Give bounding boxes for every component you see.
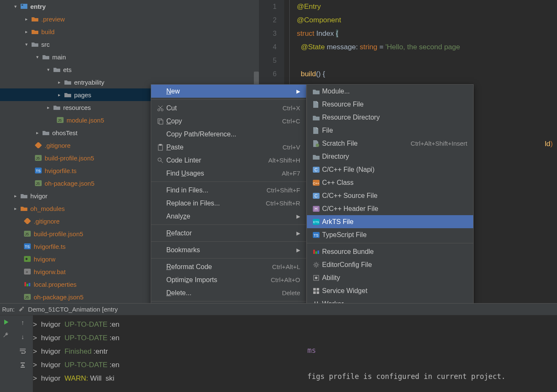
chevron-down-icon[interactable]: ▾ [24, 42, 29, 47]
folder-icon [64, 91, 72, 98]
chevron-right-icon[interactable]: ▸ [13, 193, 19, 199]
svg-rect-50 [313, 288, 316, 291]
gitignore-icon [35, 142, 42, 149]
output-line: > hvigor UP-TO-DATE :en [33, 331, 557, 345]
wrench-icon[interactable] [2, 331, 11, 339]
menu-item-scratch-file[interactable]: Scratch FileCtrl+Alt+Shift+Insert [307, 137, 473, 150]
folder-icon [31, 28, 39, 35]
arrow-down-icon[interactable]: ↓ [19, 332, 27, 341]
file-icon [313, 101, 322, 108]
folder-icon [42, 53, 50, 60]
menu-label: C/C++ Header File [322, 205, 467, 213]
menu-item-ability[interactable]: Ability [307, 271, 473, 284]
menu-item-resource-directory[interactable]: Resource Directory [307, 111, 473, 124]
svg-rect-45 [315, 251, 317, 254]
code-token: { [322, 70, 325, 78]
tree-label: build-profile.json5 [45, 155, 94, 162]
arrow-up-icon[interactable]: ↑ [19, 318, 27, 326]
menu-item-paste[interactable]: PasteCtrl+V [151, 141, 306, 154]
run-label: Run: [2, 306, 15, 313]
chevron-right-icon: ▶ [296, 88, 300, 94]
menu-label: Directory [322, 153, 467, 160]
menu-label: TypeScript File [322, 231, 467, 239]
cfile-icon: C [313, 193, 322, 199]
ets-icon: ETS [313, 219, 322, 225]
menu-item-reformat-code[interactable]: Reformat CodeCtrl+Alt+L [151, 260, 306, 273]
svg-text:J5: J5 [25, 232, 29, 236]
run-config-name: Demo_51CTO_Animation [entry [28, 306, 118, 313]
tree-item-main[interactable]: ▾ main [0, 51, 259, 63]
tree-item-ets[interactable]: ▾ ets [0, 63, 259, 76]
tree-item-src[interactable]: ▾ src [0, 38, 259, 51]
menu-label: Resource Directory [322, 114, 467, 121]
menu-item-copy[interactable]: CopyCtrl+C [151, 115, 306, 128]
tree-label: pages [74, 91, 91, 99]
tree-item-build[interactable]: ▸ build [0, 25, 259, 38]
json5-icon: J5 [35, 155, 42, 161]
menu-item-copy-path-reference[interactable]: Copy Path/Reference... [151, 128, 306, 141]
chevron-right-icon[interactable]: ▸ [13, 206, 19, 211]
menu-item-directory[interactable]: Directory [307, 150, 473, 163]
gear-icon [313, 261, 322, 268]
chevron-down-icon[interactable]: ▾ [35, 54, 40, 60]
hfile-icon: H [313, 206, 322, 212]
menu-item-new[interactable]: New▶ [151, 85, 306, 98]
menu-label: Bookmarks [166, 246, 293, 254]
folder-icon [31, 41, 39, 48]
menu-label: Refactor [166, 229, 293, 237]
menu-item-resource-bundle[interactable]: Resource Bundle [307, 245, 473, 258]
menu-item-bookmarks[interactable]: Bookmarks▶ [151, 243, 306, 256]
cppclass-icon: C++ [313, 180, 322, 186]
menu-shortcut: Ctrl+Alt+L [272, 263, 300, 270]
tree-label: .gitignore [45, 142, 71, 149]
tree-label: .gitignore [34, 218, 60, 225]
menu-item-find-in-files[interactable]: Find in Files...Ctrl+Shift+F [151, 184, 306, 197]
menu-item-cut[interactable]: CutCtrl+X [151, 101, 306, 115]
menu-label: Cut [166, 104, 282, 112]
chevron-right-icon[interactable]: ▸ [35, 130, 40, 136]
code-token: @Entry [297, 3, 321, 11]
svg-rect-19 [24, 282, 26, 286]
menu-label: Find Usages [166, 170, 282, 177]
menu-item-service-widget[interactable]: Service Widget [307, 284, 473, 297]
chevron-down-icon[interactable]: ▾ [45, 67, 51, 72]
chevron-right-icon[interactable]: ▸ [24, 16, 29, 22]
code-token: () [316, 70, 320, 78]
svg-point-30 [158, 158, 161, 161]
code-token: 'Hello, the second page [386, 43, 460, 51]
ts-icon: TS [24, 243, 31, 250]
scroll-to-end-icon[interactable] [19, 361, 27, 369]
menu-item-analyze[interactable]: Analyze▶ [151, 210, 306, 223]
menu-item-typescript-file[interactable]: TSTypeScript File [307, 228, 473, 241]
menu-item-arkts-file[interactable]: ETSArkTS File [307, 215, 473, 228]
menu-item-file[interactable]: File [307, 124, 473, 137]
chevron-down-icon[interactable]: ▾ [13, 4, 19, 9]
tree-item-preview[interactable]: ▸ .preview [0, 13, 259, 25]
menu-item-code-linter[interactable]: Code LinterAlt+Shift+H [151, 154, 306, 167]
menu-item-c-class[interactable]: C++C++ Class [307, 176, 473, 189]
menu-item-editorconfig-file[interactable]: EditorConfig File [307, 258, 473, 271]
menu-label: Copy [166, 117, 282, 125]
menu-item-optimize-imports[interactable]: Optimize ImportsCtrl+Alt+O [151, 273, 306, 286]
chevron-right-icon[interactable]: ▸ [45, 105, 51, 110]
menu-item-find-usages[interactable]: Find UsagesAlt+F7 [151, 167, 306, 180]
svg-rect-46 [317, 251, 319, 254]
menu-item-c-c-file-napi[interactable]: CC/C++ File (Napi) [307, 163, 473, 176]
menu-item-module[interactable]: Module... [307, 85, 473, 98]
soft-wrap-icon[interactable] [19, 347, 27, 355]
chevron-right-icon[interactable]: ▸ [56, 92, 62, 98]
menu-item-resource-file[interactable]: Resource File [307, 98, 473, 111]
chevron-right-icon[interactable]: ▸ [24, 29, 29, 35]
file-icon [313, 127, 322, 134]
menu-item-replace-in-files[interactable]: Replace in Files...Ctrl+Shift+R [151, 197, 306, 210]
context-submenu-new[interactable]: Module...Resource FileResource Directory… [306, 84, 474, 337]
chevron-right-icon[interactable]: ▸ [56, 80, 62, 85]
folder-icon [20, 192, 28, 199]
menu-shortcut: Delete [282, 289, 300, 296]
menu-item-c-c-header-file[interactable]: HC/C++ Header File [307, 202, 473, 215]
menu-item-delete[interactable]: Delete...Delete [151, 286, 306, 299]
menu-item-refactor[interactable]: Refactor▶ [151, 227, 306, 240]
run-play-button[interactable] [2, 318, 11, 326]
menu-item-c-c-source-file[interactable]: CC/C++ Source File [307, 189, 473, 202]
tree-item-entry[interactable]: ▾ entry [0, 0, 259, 13]
